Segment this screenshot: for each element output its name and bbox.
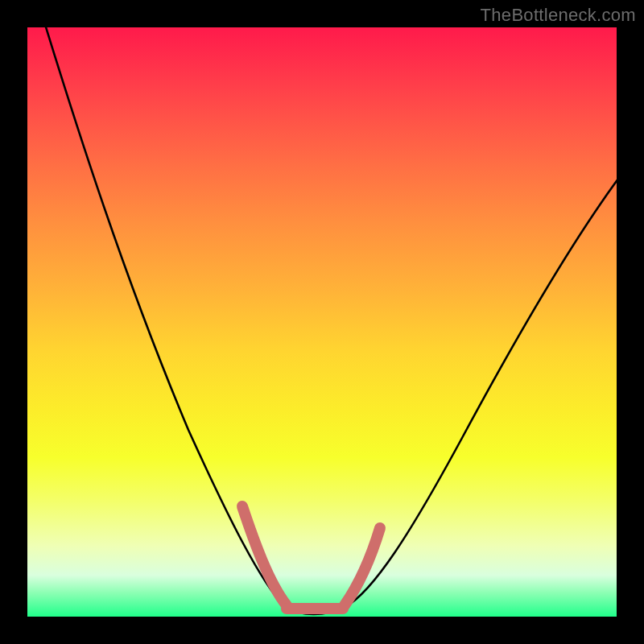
chart-frame: TheBottleneck.com	[0, 0, 644, 644]
plot-area	[27, 27, 617, 617]
curve-layer	[27, 27, 617, 617]
optimal-range-marker	[242, 506, 380, 609]
bottleneck-curve	[43, 27, 617, 614]
watermark-text: TheBottleneck.com	[481, 5, 636, 26]
